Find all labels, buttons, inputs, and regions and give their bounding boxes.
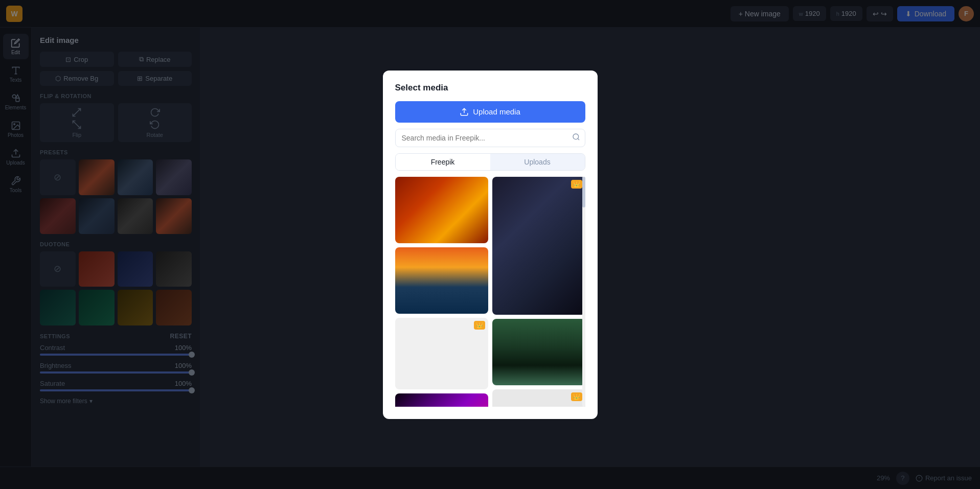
- media-item-white1[interactable]: 👑: [395, 318, 488, 389]
- crown-badge-dark: 👑: [571, 180, 582, 189]
- scrollbar-thumb[interactable]: [582, 177, 585, 207]
- modal-title: Select media: [395, 83, 585, 93]
- upload-label: Upload media: [473, 107, 520, 116]
- media-item-forest[interactable]: [492, 319, 585, 385]
- tab-uploads[interactable]: Uploads: [490, 154, 585, 170]
- tab-freepik[interactable]: Freepik: [396, 154, 490, 170]
- media-item-dragons[interactable]: [395, 177, 488, 243]
- media-item-mountain[interactable]: [395, 247, 488, 314]
- scrollbar-track[interactable]: [582, 177, 585, 407]
- svg-line-12: [578, 138, 579, 140]
- modal-overlay[interactable]: Select media Upload media Freepik Upload…: [0, 0, 980, 489]
- search-icon: [572, 133, 580, 143]
- svg-point-11: [573, 134, 579, 139]
- media-item-dark-texture[interactable]: 👑: [492, 177, 585, 315]
- upload-icon: [460, 107, 469, 117]
- upload-media-button[interactable]: Upload media: [395, 101, 585, 123]
- media-grid: 👑 👑: [395, 177, 585, 407]
- media-item-galaxy[interactable]: [395, 393, 488, 407]
- search-wrapper: [395, 129, 585, 147]
- media-tabs: Freepik Uploads: [395, 153, 585, 171]
- media-grid-container: 👑 👑: [395, 177, 585, 407]
- search-input[interactable]: [395, 129, 585, 147]
- select-media-modal: Select media Upload media Freepik Upload…: [383, 71, 598, 419]
- crown-badge-white1: 👑: [474, 321, 485, 330]
- media-item-white2[interactable]: 👑: [492, 389, 585, 407]
- crown-badge-white2: 👑: [571, 392, 582, 401]
